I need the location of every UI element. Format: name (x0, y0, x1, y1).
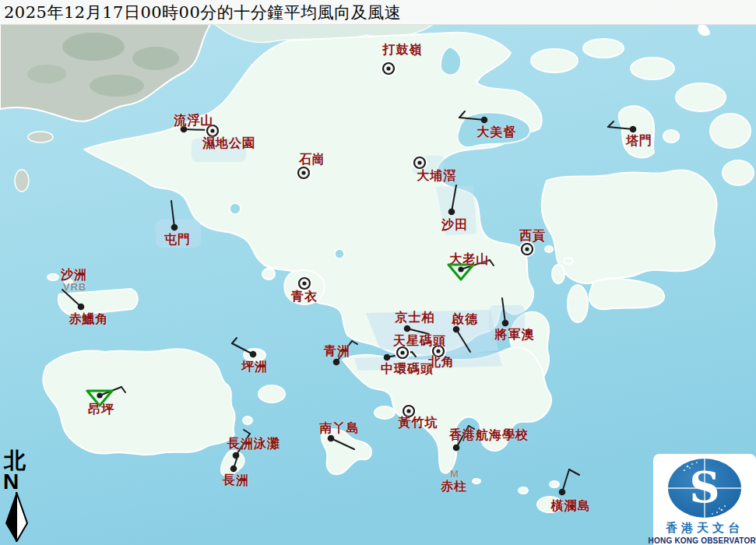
north-letter-label: N (3, 472, 33, 492)
hko-logo-english-name: HONG KONG OBSERVATORY (649, 536, 756, 545)
north-indicator: 北 N (2, 450, 33, 545)
station-shek-kong-marker[interactable] (297, 166, 311, 180)
station-hk-sea-school-marker[interactable] (453, 445, 460, 452)
station-waglan-island-marker[interactable] (559, 489, 566, 496)
station-kings-park-marker[interactable] (404, 325, 411, 332)
hong-kong-map (0, 0, 756, 545)
station-star-ferry-pier-marker[interactable] (396, 346, 410, 360)
station-lau-fau-shan-wind-barb (184, 129, 207, 130)
station-cheung-chau-marker[interactable] (230, 466, 237, 473)
title-bar: 2025年12月17日00時00分的十分鐘平均風向及風速 (0, 0, 756, 25)
hko-logo-chinese-name: 香港天文台 (666, 521, 744, 536)
page-title: 2025年12月17日00時00分的十分鐘平均風向及風速 (0, 2, 401, 23)
station-north-point-marker[interactable] (431, 344, 445, 358)
hko-logo-icon: S (653, 454, 756, 519)
station-ta-kwu-ling-marker[interactable] (382, 62, 396, 76)
station-tai-po-kau-marker[interactable] (413, 156, 427, 170)
station-lau-fau-shan-marker[interactable] (181, 126, 188, 133)
north-hanzi-label: 北 (4, 450, 33, 472)
station-tseung-kwan-o-marker[interactable] (502, 320, 509, 327)
station-wetland-park-marker[interactable] (206, 124, 220, 138)
station-chek-lap-kok-marker[interactable] (78, 304, 85, 311)
hko-logo: S 香港天文台 HONG KONG OBSERVATORY (653, 454, 756, 545)
compass-needle-icon (2, 492, 30, 542)
station-tap-mun-marker[interactable] (630, 126, 637, 133)
station-wong-chuk-hang-marker[interactable] (402, 404, 416, 418)
station-cheung-chau-beach-marker[interactable] (233, 452, 240, 459)
station-sai-kung-marker[interactable] (520, 242, 534, 256)
station-tsing-yi-marker[interactable] (297, 276, 311, 290)
station-tai-mei-tuk-marker[interactable] (481, 117, 488, 124)
svg-text:S: S (690, 462, 720, 512)
station-green-island-marker[interactable] (333, 359, 340, 366)
station-sha-tin-marker[interactable] (448, 209, 455, 216)
station-kai-tak-marker[interactable] (453, 326, 460, 333)
station-tuen-mun-marker[interactable] (171, 224, 178, 231)
station-central-pier-marker[interactable] (384, 354, 391, 361)
wind-map-page: 打鼓嶺流浮山濕地公園石崗大美督塔門大埔滘沙田屯門西貢大老山沙洲VRB赤鱲角青衣京… (0, 0, 756, 545)
station-peng-chau-marker[interactable] (250, 351, 257, 358)
station-lamma-island-marker[interactable] (328, 435, 335, 442)
